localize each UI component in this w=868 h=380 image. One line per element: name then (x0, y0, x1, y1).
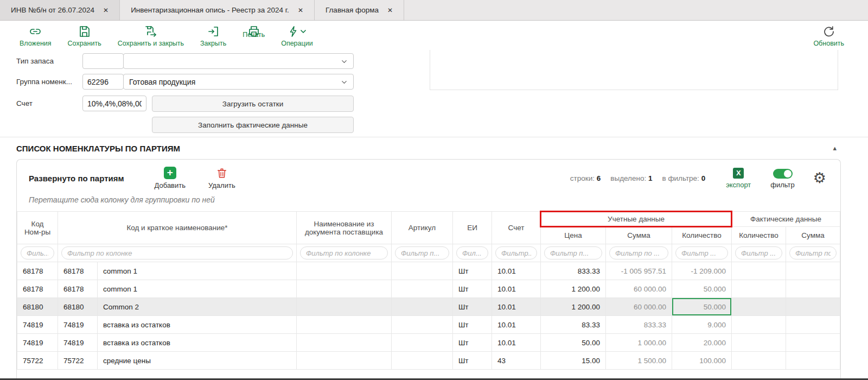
cell-price[interactable]: 1 200.00 (541, 298, 606, 316)
delete-row-button[interactable]: Удалить (208, 167, 235, 189)
fill-actual-data-button[interactable]: Заполнить фактические данные (152, 117, 354, 133)
cell-qty[interactable]: 50.000 (672, 298, 732, 316)
export-excel-button[interactable]: X экспорт (726, 168, 751, 189)
cell-fact-qty[interactable] (732, 334, 786, 352)
cell-article[interactable] (392, 298, 453, 316)
stock-type-select[interactable] (123, 53, 354, 69)
filter-input-price[interactable] (544, 246, 602, 259)
nomenclature-group-select[interactable]: Готовая продукция (123, 74, 354, 90)
cell-price[interactable]: 833.33 (541, 262, 606, 280)
close-icon[interactable]: ✕ (103, 7, 108, 14)
account-input[interactable] (82, 96, 146, 111)
filter-input-unit[interactable] (456, 246, 488, 259)
cell-sum[interactable]: 833.33 (606, 316, 672, 334)
col-header-account[interactable]: Счет (492, 212, 541, 244)
cell-name[interactable]: вставка из остатков (98, 334, 297, 352)
attachments-button[interactable]: Вложения (20, 25, 52, 47)
col-header-sum[interactable]: Сумма (606, 227, 672, 244)
col-group-actual-data[interactable]: Фактические данные (732, 212, 840, 227)
cell-name[interactable]: Common 2 (98, 298, 297, 316)
table-row[interactable]: 7481974819вставка из остатковШт10.0183.3… (17, 316, 840, 334)
cell-supplier-name[interactable] (297, 352, 392, 370)
filter-input-nom-code[interactable] (21, 246, 54, 259)
cell-article[interactable] (392, 352, 453, 370)
cell-fact-qty[interactable] (732, 298, 786, 316)
cell-name[interactable]: common 1 (98, 280, 297, 298)
cell-code[interactable]: 74819 (58, 334, 98, 352)
collapse-icon[interactable]: ▴ (833, 144, 837, 152)
cell-unit[interactable]: Шт (453, 280, 492, 298)
col-header-qty[interactable]: Количество (672, 227, 732, 244)
refresh-button[interactable]: Обновить (813, 25, 844, 47)
cell-code[interactable]: 74819 (58, 316, 98, 334)
filter-input-qty[interactable] (675, 246, 728, 259)
cell-name[interactable]: средние цены (98, 352, 297, 370)
table-row[interactable]: 7481974819вставка из остатковШт10.0150.0… (17, 334, 840, 352)
filter-input-account[interactable] (495, 246, 537, 259)
cell-code[interactable]: 68180 (58, 298, 98, 316)
tab-inventory-register[interactable]: Инвентаризационная опись - Реестр за 202… (120, 0, 315, 20)
close-icon[interactable]: ✕ (298, 7, 303, 14)
load-balances-button[interactable]: Загрузить остатки (152, 96, 354, 112)
cell-nom-code[interactable]: 75722 (17, 352, 58, 370)
cell-fact-sum[interactable] (786, 352, 840, 370)
cell-supplier-name[interactable] (297, 262, 392, 280)
cell-article[interactable] (392, 334, 453, 352)
col-header-unit[interactable]: ЕИ (453, 212, 492, 244)
cell-nom-code[interactable]: 74819 (17, 334, 58, 352)
cell-name[interactable]: common 1 (98, 262, 297, 280)
table-row[interactable]: 6817868178common 1Шт10.011 200.0060 000.… (17, 280, 840, 298)
cell-account[interactable]: 10.01 (492, 334, 541, 352)
cell-sum[interactable]: 60 000.00 (606, 280, 672, 298)
col-header-price[interactable]: Цена (541, 227, 606, 244)
cell-qty[interactable]: 100.000 (672, 352, 732, 370)
cell-nom-code[interactable]: 74819 (17, 316, 58, 334)
cell-sum[interactable]: -1 005 957.51 (606, 262, 672, 280)
cell-qty[interactable]: 9.000 (672, 316, 732, 334)
cell-fact-qty[interactable] (732, 352, 786, 370)
col-header-fact-qty[interactable]: Количество (732, 227, 786, 244)
cell-unit[interactable]: Шт (453, 352, 492, 370)
cell-unit[interactable]: Шт (453, 262, 492, 280)
nomenclature-group-code-input[interactable] (82, 74, 124, 90)
cell-price[interactable]: 50.00 (541, 334, 606, 352)
filter-input-sum[interactable] (609, 246, 668, 259)
cell-code[interactable]: 75722 (58, 352, 98, 370)
col-header-nom-code[interactable]: Код Ном-ры (17, 212, 58, 244)
cell-account[interactable]: 10.01 (492, 262, 541, 280)
cell-article[interactable] (392, 316, 453, 334)
col-header-code-name[interactable]: Код и краткое наименование* (58, 212, 297, 244)
filter-input-code-name[interactable] (61, 246, 293, 259)
cell-unit[interactable]: Шт (453, 334, 492, 352)
cell-account[interactable]: 43 (492, 352, 541, 370)
cell-fact-sum[interactable] (786, 298, 840, 316)
cell-fact-sum[interactable] (786, 262, 840, 280)
cell-account[interactable]: 10.01 (492, 280, 541, 298)
cell-account[interactable]: 10.01 (492, 316, 541, 334)
cell-fact-sum[interactable] (786, 316, 840, 334)
cell-supplier-name[interactable] (297, 334, 392, 352)
cell-supplier-name[interactable] (297, 316, 392, 334)
tab-main-form[interactable]: Главная форма ✕ (315, 0, 404, 20)
cell-code[interactable]: 68178 (58, 262, 98, 280)
cell-fact-qty[interactable] (732, 280, 786, 298)
table-row[interactable]: 7572275722средние ценыШт4315.001 500.001… (17, 352, 840, 370)
tab-inventory-document[interactable]: ИНВ №б/н от 26.07.2024 ✕ (0, 0, 120, 20)
cell-sum[interactable]: 1 500.00 (606, 352, 672, 370)
col-header-fact-sum[interactable]: Сумма (786, 227, 840, 244)
close-icon[interactable]: ✕ (387, 7, 393, 14)
cell-account[interactable]: 10.01 (492, 298, 541, 316)
cell-article[interactable] (392, 280, 453, 298)
cell-article[interactable] (392, 262, 453, 280)
cell-nom-code[interactable]: 68178 (17, 262, 58, 280)
add-row-button[interactable]: + Добавить (155, 167, 186, 189)
gear-icon[interactable]: ⚙ (813, 171, 826, 186)
stock-type-code-input[interactable] (82, 53, 124, 69)
operations-button[interactable]: Операции (281, 25, 312, 47)
cell-qty[interactable]: -1 209.000 (672, 262, 732, 280)
print-button[interactable]: Печать (242, 25, 265, 47)
col-header-supplier-name[interactable]: Наименование из документа поставщика (297, 212, 392, 244)
cell-nom-code[interactable]: 68178 (17, 280, 58, 298)
cell-name[interactable]: вставка из остатков (98, 316, 297, 334)
cell-sum[interactable]: 60 000.00 (606, 298, 672, 316)
